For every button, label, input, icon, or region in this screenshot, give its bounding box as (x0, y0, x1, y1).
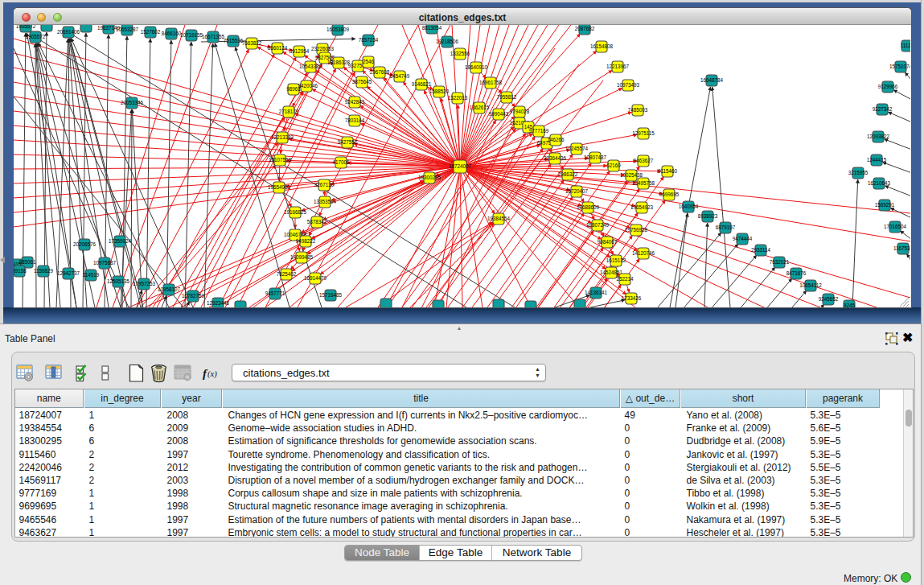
svg-text:20206576: 20206576 (73, 241, 97, 247)
svg-text:10719155: 10719155 (180, 32, 203, 38)
svg-text:3215955: 3215955 (848, 170, 869, 175)
svg-text:8454749: 8454749 (390, 73, 410, 79)
svg-text:9474444: 9474444 (733, 236, 753, 241)
svg-text:17359924: 17359924 (109, 238, 132, 244)
svg-text:7857234: 7857234 (359, 37, 379, 43)
svg-text:12093822: 12093822 (867, 134, 890, 139)
svg-text:13495758: 13495758 (632, 180, 655, 186)
svg-text:5878342: 5878342 (307, 219, 327, 225)
svg-text:7485003: 7485003 (628, 107, 648, 113)
svg-text:8466160: 8466160 (162, 31, 182, 36)
svg-text:18807249: 18807249 (586, 222, 610, 228)
svg-text:16648784: 16648784 (700, 77, 724, 83)
svg-text:114519: 114519 (83, 272, 100, 278)
svg-text:2718179: 2718179 (279, 109, 299, 114)
svg-text:12213383: 12213383 (271, 134, 294, 140)
svg-text:9457771: 9457771 (265, 290, 285, 296)
svg-text:9129966: 9129966 (878, 84, 898, 89)
svg-text:7632021: 7632021 (770, 259, 790, 265)
svg-text:9084067: 9084067 (598, 239, 618, 245)
svg-text:15720407: 15720407 (565, 188, 589, 194)
svg-text:19218506: 19218506 (436, 39, 459, 44)
svg-text:1322013: 1322013 (448, 95, 468, 101)
svg-text:7803144: 7803144 (345, 117, 365, 123)
svg-text:19654983: 19654983 (268, 184, 291, 190)
svg-text:16671355: 16671355 (202, 34, 225, 39)
svg-text:10975887: 10975887 (93, 260, 117, 266)
svg-text:12213967: 12213967 (606, 64, 630, 69)
svg-text:12942737: 12942737 (57, 270, 80, 276)
svg-text:1527602: 1527602 (141, 29, 161, 35)
svg-text:8813054: 8813054 (422, 25, 442, 31)
svg-text:1569291: 1569291 (875, 202, 895, 208)
svg-text:16961758: 16961758 (479, 80, 503, 85)
svg-text:2087682: 2087682 (575, 26, 595, 31)
svg-text:9463627: 9463627 (634, 158, 654, 163)
svg-text:252214: 252214 (616, 276, 634, 282)
svg-text:16154808: 16154808 (590, 43, 614, 49)
svg-text:10958107: 10958107 (158, 286, 181, 292)
svg-text:9227342: 9227342 (873, 106, 893, 112)
svg-text:19756928: 19756928 (625, 227, 648, 233)
svg-text:98961: 98961 (286, 86, 301, 92)
svg-text:(x): (x) (207, 369, 217, 379)
svg-text:1244415: 1244415 (867, 157, 887, 163)
svg-text:9115460: 9115460 (658, 168, 678, 174)
svg-text:1588520: 1588520 (429, 89, 450, 94)
svg-text:19166825: 19166825 (284, 209, 307, 215)
svg-text:1332556: 1332556 (450, 51, 470, 56)
svg-text:8471676: 8471676 (786, 270, 807, 276)
svg-text:7515536: 7515536 (224, 38, 244, 43)
svg-text:18724007: 18724007 (449, 163, 472, 169)
svg-text:10688609: 10688609 (577, 204, 600, 210)
svg-text:7955812: 7955812 (497, 94, 517, 100)
svg-text:14099485: 14099485 (290, 254, 314, 260)
svg-text:10653287: 10653287 (116, 27, 139, 32)
svg-text:12975115: 12975115 (632, 130, 655, 136)
svg-text:16107553: 16107553 (269, 157, 292, 163)
svg-text:16245574: 16245574 (565, 146, 589, 151)
svg-text:17957253: 17957253 (133, 281, 156, 286)
svg-text:10543382: 10543382 (299, 64, 322, 69)
svg-text:23226053: 23226053 (311, 46, 335, 51)
svg-text:7625402: 7625402 (277, 271, 297, 277)
svg-text:9245652: 9245652 (819, 296, 839, 302)
svg-text:16210643: 16210643 (868, 180, 891, 186)
svg-text:746266: 746266 (547, 137, 565, 142)
svg-text:13353594: 13353594 (314, 199, 337, 204)
svg-text:1362615: 1362615 (470, 105, 490, 110)
svg-text:9777169: 9777169 (529, 128, 549, 134)
svg-text:15751074: 15751074 (889, 64, 910, 69)
svg-text:9245: 9245 (844, 303, 856, 307)
svg-text:3912954: 3912954 (290, 48, 310, 54)
svg-text:9146821: 9146821 (412, 81, 432, 87)
svg-text:20364436: 20364436 (544, 155, 567, 161)
svg-text:9794028: 9794028 (510, 109, 530, 114)
svg-text:18640910: 18640910 (465, 64, 488, 70)
svg-text:9699695: 9699695 (659, 192, 680, 197)
svg-text:18186328: 18186328 (327, 60, 351, 65)
svg-text:10973493: 10973493 (617, 82, 640, 88)
svg-text:2986322: 2986322 (558, 171, 578, 177)
svg-text:11123: 11123 (901, 43, 910, 48)
svg-text:3267130: 3267130 (314, 182, 335, 187)
svg-text:7663822: 7663822 (242, 40, 262, 46)
svg-text:1640954: 1640954 (679, 204, 699, 209)
svg-text:20053346: 20053346 (121, 100, 144, 105)
svg-text:6879197: 6879197 (716, 225, 736, 230)
svg-text:2933114: 2933114 (751, 247, 771, 253)
svg-text:12923446: 12923446 (207, 300, 230, 306)
svg-text:1615132: 1615132 (606, 257, 626, 263)
svg-text:14120746: 14120746 (632, 250, 655, 256)
svg-text:1733426: 1733426 (622, 295, 642, 301)
svg-text:10654112: 10654112 (799, 282, 822, 288)
svg-text:16053809: 16053809 (326, 27, 350, 32)
svg-text:2546: 2546 (363, 59, 375, 64)
svg-text:1156829: 1156829 (34, 268, 54, 274)
svg-text:417006: 417006 (332, 159, 350, 165)
svg-text:16782759: 16782759 (182, 293, 205, 299)
svg-text:15716485: 15716485 (319, 292, 343, 298)
svg-text:19654923: 19654923 (630, 204, 654, 210)
svg-text:9427552: 9427552 (338, 139, 358, 145)
svg-text:8938923: 8938923 (698, 213, 718, 219)
